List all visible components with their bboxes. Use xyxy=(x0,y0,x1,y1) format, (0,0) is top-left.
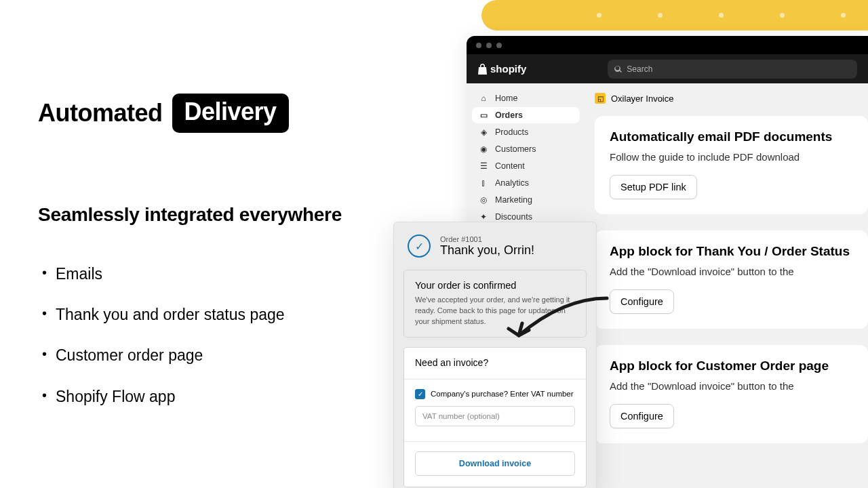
orders-icon: ▭ xyxy=(479,110,488,120)
download-invoice-button[interactable]: Download invoice xyxy=(415,451,575,476)
headline-plain: Automated xyxy=(38,99,163,127)
search-input[interactable]: Search xyxy=(608,60,857,79)
app-name: Oxilayer Invoice xyxy=(611,94,673,104)
sidebar-item-products[interactable]: ◈Products xyxy=(472,124,580,140)
window-titlebar xyxy=(467,36,868,54)
card-desc: Follow the guide to include PDF download xyxy=(610,151,853,163)
configure-button[interactable]: Configure xyxy=(610,289,674,314)
traffic-light-icon[interactable] xyxy=(496,43,502,48)
checkbox-checked-icon[interactable]: ✓ xyxy=(415,389,425,399)
sidebar-item-analytics[interactable]: ⫿Analytics xyxy=(472,175,580,191)
top-bar: shopify Search xyxy=(467,54,868,83)
main-pane: ◱ Oxilayer Invoice Automatically email P… xyxy=(585,83,868,488)
sidebar-item-content[interactable]: ☰Content xyxy=(472,158,580,174)
marketing-icon: ◎ xyxy=(479,195,488,205)
checkmark-circle-icon: ✓ xyxy=(408,235,431,258)
sidebar-item-label: Customers xyxy=(495,144,536,154)
card-thank-you-block: App block for Thank You / Order Status A… xyxy=(595,230,868,329)
marketing-copy: Automated Delivery Seamlessly integrated… xyxy=(38,94,384,426)
shopify-bag-icon xyxy=(477,64,487,75)
order-status-popup: ✓ Order #1001 Thank you, Orrin! Your ord… xyxy=(393,222,597,488)
feature-list: Emails Thank you and order status page C… xyxy=(38,263,384,407)
headline: Automated Delivery xyxy=(38,94,384,133)
card-title: Automatically email PDF documents xyxy=(610,129,853,144)
popup-header: ✓ Order #1001 Thank you, Orrin! xyxy=(394,222,596,267)
headline-highlight: Delivery xyxy=(172,94,289,133)
card-title: App block for Customer Order page xyxy=(610,359,853,373)
products-icon: ◈ xyxy=(479,127,488,137)
card-customer-order-block: App block for Customer Order page Add th… xyxy=(595,345,868,443)
invoice-box: Need an invoice? ✓ Company's purchase? E… xyxy=(403,347,587,487)
traffic-light-icon[interactable] xyxy=(476,43,481,48)
sidebar-item-home[interactable]: ⌂Home xyxy=(472,90,580,106)
subheadline: Seamlessly integrated everywhere xyxy=(38,204,384,226)
analytics-icon: ⫿ xyxy=(479,178,488,188)
sidebar-item-customers[interactable]: ◉Customers xyxy=(472,141,580,157)
sidebar-item-label: Orders xyxy=(495,110,523,120)
sidebar-item-marketing[interactable]: ◎Marketing xyxy=(472,192,580,208)
platform-logo[interactable]: shopify xyxy=(477,63,526,75)
card-desc: Add the "Download invoice" button to the xyxy=(610,266,853,277)
sidebar-item-label: Home xyxy=(495,94,517,103)
setup-pdf-link-button[interactable]: Setup PDF link xyxy=(610,175,697,199)
order-number: Order #1001 xyxy=(440,235,534,243)
sidebar-item-label: Analytics xyxy=(495,178,529,188)
confirmation-box: Your order is confirmed We've accepted y… xyxy=(403,270,587,338)
divider xyxy=(404,379,586,380)
configure-button[interactable]: Configure xyxy=(610,404,674,428)
feature-item: Emails xyxy=(42,263,384,285)
decorative-banner xyxy=(502,0,868,30)
sidebar-item-label: Products xyxy=(495,127,528,137)
sidebar-item-label: Discounts xyxy=(495,212,532,222)
sidebar-item-orders[interactable]: ▭Orders xyxy=(472,107,580,123)
vat-number-input[interactable]: VAT number (optional) xyxy=(415,406,575,426)
content-icon: ☰ xyxy=(479,161,488,171)
thank-you-text: Thank you, Orrin! xyxy=(440,243,534,258)
sidebar-item-label: Content xyxy=(495,161,525,171)
vat-checkbox-row[interactable]: ✓ Company's purchase? Enter VAT number xyxy=(415,389,575,399)
feature-item: Shopify Flow app xyxy=(42,386,384,407)
checkbox-label: Company's purchase? Enter VAT number xyxy=(431,390,574,398)
confirmation-body: We've accepted your order, and we're get… xyxy=(415,295,575,327)
home-icon: ⌂ xyxy=(479,94,488,103)
card-email-pdf: Automatically email PDF documents Follow… xyxy=(595,116,868,214)
confirmation-title: Your order is confirmed xyxy=(415,280,575,291)
sidebar-item-label: Marketing xyxy=(495,195,532,205)
feature-item: Thank you and order status page xyxy=(42,304,384,325)
search-icon xyxy=(614,65,623,73)
platform-name: shopify xyxy=(490,63,526,75)
traffic-light-icon[interactable] xyxy=(486,43,492,48)
card-desc: Add the "Download invoice" button to the xyxy=(610,380,853,392)
card-title: App block for Thank You / Order Status xyxy=(610,244,853,259)
search-placeholder: Search xyxy=(627,64,652,74)
invoice-title: Need an invoice? xyxy=(415,357,575,368)
customers-icon: ◉ xyxy=(479,144,488,154)
feature-item: Customer order page xyxy=(42,344,384,366)
app-icon: ◱ xyxy=(595,93,606,104)
app-title-row: ◱ Oxilayer Invoice xyxy=(595,93,868,104)
discounts-icon: ✦ xyxy=(479,212,488,222)
